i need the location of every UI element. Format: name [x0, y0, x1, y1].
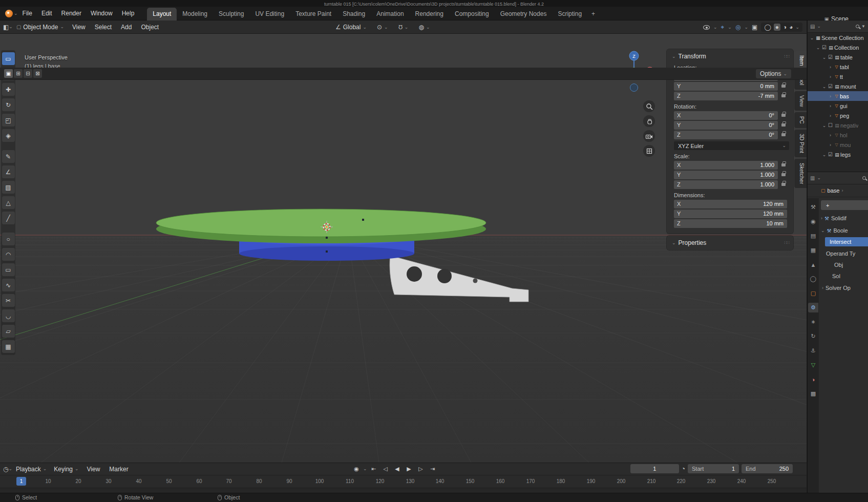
pivot-point-dropdown[interactable]: ⊙ ⌄	[373, 23, 392, 32]
workspace-tab-sculpting[interactable]: Sculpting	[213, 8, 249, 20]
checkbox-unchecked-icon[interactable]: ☐	[827, 122, 834, 128]
menu-object[interactable]: Object	[136, 22, 163, 32]
dimensions-y-field[interactable]: Y120 mm	[674, 210, 787, 218]
xray-toggle-icon[interactable]: ▣	[752, 24, 757, 30]
timeline-scroll-strip[interactable]	[0, 488, 807, 493]
select-mode-extend-icon[interactable]: ⊞	[14, 69, 23, 78]
chevron-down-icon[interactable]: ⌄	[8, 467, 12, 471]
n-tab-3d-print[interactable]: 3D Print	[794, 130, 807, 157]
unlock-icon[interactable]	[781, 114, 786, 117]
tool-sketch-curve[interactable]: ◡	[2, 309, 15, 322]
n-tab-pc[interactable]: PC	[794, 112, 807, 128]
n-tab-view[interactable]: View	[794, 91, 807, 111]
unlock-icon[interactable]	[781, 133, 786, 136]
unlock-icon[interactable]	[781, 85, 786, 88]
modifier-solidify-row[interactable]: › ⚒ Solidif	[819, 212, 868, 224]
workspace-tab-compositing[interactable]: Compositing	[449, 8, 495, 20]
neg-z-axis-handle[interactable]	[630, 84, 638, 92]
next-keyframe-button[interactable]: ▷	[416, 464, 426, 473]
tool-scale[interactable]: ◰	[2, 114, 15, 127]
scale-x-field[interactable]: X1.000	[674, 161, 778, 170]
workspace-tab-scripting[interactable]: Scripting	[552, 8, 587, 20]
tab-particles[interactable]: ∗	[808, 317, 818, 327]
menu-window[interactable]: Window	[86, 8, 117, 18]
unlock-icon[interactable]	[781, 173, 786, 176]
workspace-tab-shading[interactable]: Shading	[337, 8, 371, 20]
checkbox-checked-icon[interactable]: ☑	[827, 54, 834, 60]
tab-physics[interactable]: ↻	[808, 331, 818, 341]
tool-sketch-trim[interactable]: ✂	[2, 294, 15, 307]
workspace-tab-texture-paint[interactable]: Texture Paint	[290, 8, 337, 20]
options-dropdown[interactable]: Options ⌄	[756, 69, 791, 78]
show-overlays-icon[interactable]: ◎	[735, 24, 740, 30]
select-mode-subtract-icon[interactable]: ⊟	[24, 69, 32, 78]
drag-handle-icon[interactable]: ∷∷	[785, 240, 789, 245]
outliner-row-negative[interactable]: ⌄☐▤negativ	[808, 120, 868, 130]
tab-tool[interactable]: ⚒	[808, 202, 818, 212]
tab-object[interactable]: ▢	[808, 288, 818, 298]
mode-dropdown[interactable]: ▢ Object Mode ⌄	[13, 22, 68, 32]
transform-panel-header[interactable]: ⌄ Transform ∷∷	[672, 51, 789, 61]
location-y-field[interactable]: Y0 mm	[674, 82, 778, 91]
tool-workplane[interactable]: ▱	[2, 325, 15, 338]
outliner-row-mou[interactable]: ›▽mou	[808, 140, 868, 150]
chevron-down-icon[interactable]: ⌄	[728, 25, 732, 30]
preview-range-clock-icon[interactable]: ◔	[682, 466, 685, 472]
rendered-shading-icon[interactable]: ◕	[789, 24, 793, 30]
timeline-view-menu[interactable]: View	[82, 464, 105, 474]
outliner-row-tt[interactable]: ›▽tt	[808, 72, 868, 81]
unlock-icon[interactable]	[781, 94, 786, 97]
tab-constraints[interactable]: ⚓	[808, 346, 818, 355]
modifier-boolean-row[interactable]: ⌄ ⚒ Boole	[819, 224, 868, 237]
zoom-button[interactable]	[643, 100, 655, 112]
outliner-row-peg[interactable]: ›▽peg	[808, 111, 868, 120]
chevron-down-icon[interactable]: ⌄	[817, 176, 821, 180]
play-button[interactable]: ▶	[404, 464, 414, 473]
chevron-down-icon[interactable]: ⌄	[363, 467, 367, 471]
jump-to-start-button[interactable]: ⇤	[369, 464, 379, 473]
dimensions-z-field[interactable]: Z10 mm	[674, 219, 787, 228]
menu-render[interactable]: Render	[57, 8, 86, 18]
dimensions-x-field[interactable]: X120 mm	[674, 200, 787, 208]
search-icon[interactable]	[862, 176, 866, 180]
tab-scene[interactable]: ▲	[808, 260, 818, 269]
start-frame-field[interactable]: Start1	[688, 464, 739, 473]
tool-sketch-circle[interactable]: ○	[2, 233, 15, 245]
timeline-ruler[interactable]: 10 20 30 40 50 60 70 80 90 100 110 120 1…	[0, 475, 807, 488]
visibility-eye-icon[interactable]	[703, 25, 710, 30]
tool-grid-fill[interactable]: ▦	[2, 340, 15, 353]
workspace-tab-geometry-nodes[interactable]: Geometry Nodes	[495, 8, 553, 20]
tab-modifiers[interactable]: ⚙	[808, 303, 818, 312]
tool-sketch-arc[interactable]: ◠	[2, 248, 15, 261]
tool-add-cube[interactable]: ▧	[2, 181, 15, 194]
tab-render[interactable]: ◉	[808, 217, 818, 226]
editor-type-timeline-icon[interactable]: ◷	[3, 466, 8, 472]
3d-viewport[interactable]: ▭ ⊕ ✚ ↻ ◰ ◈ ✎ ∠ ▧ △ ╱ ○ ◠ ▭ ∿ ✂ ◡ ▱ ▦ Us…	[0, 34, 807, 463]
drag-handle-icon[interactable]: ∷∷	[785, 54, 789, 59]
tool-move[interactable]: ✚	[2, 83, 15, 96]
chevron-down-icon[interactable]: ⌄	[795, 25, 799, 30]
tool-rotate[interactable]: ↻	[2, 98, 15, 111]
editor-type-properties-icon[interactable]: ▥	[810, 175, 815, 181]
menu-add[interactable]: Add	[116, 22, 136, 32]
current-frame-field[interactable]: 1	[630, 464, 679, 473]
playback-menu[interactable]: Playback⌄	[12, 464, 50, 474]
proportional-editing-dropdown[interactable]: ◍ ⌄	[415, 23, 433, 32]
editor-type-3d-viewport-icon[interactable]: ◧	[3, 24, 9, 30]
tool-measure[interactable]: ∠	[2, 165, 15, 178]
keying-menu[interactable]: Keying⌄	[50, 464, 82, 474]
auto-keying-icon[interactable]: ◉	[351, 464, 362, 473]
end-frame-field[interactable]: End250	[742, 464, 793, 473]
tool-transform[interactable]: ◈	[2, 129, 15, 142]
tool-sketch-line[interactable]: ╱	[2, 212, 15, 224]
material-preview-icon[interactable]: ◑	[783, 24, 787, 30]
tab-texture[interactable]: ▩	[808, 389, 818, 399]
tab-object-data[interactable]: ▽	[808, 360, 818, 370]
outliner-row-collection[interactable]: ⌄☑▤Collection	[808, 43, 868, 52]
outliner-row-legs[interactable]: ⌄☑▤legs	[808, 150, 868, 159]
tool-sketch-rect[interactable]: ▭	[2, 263, 15, 276]
outliner-row-mount[interactable]: ⌄☑▤mount	[808, 81, 868, 91]
location-z-field[interactable]: Z-7 mm	[674, 92, 778, 100]
snap-dropdown[interactable]: Ω ⌄	[395, 23, 412, 32]
solver-options-row[interactable]: › Solver Op	[819, 282, 868, 294]
